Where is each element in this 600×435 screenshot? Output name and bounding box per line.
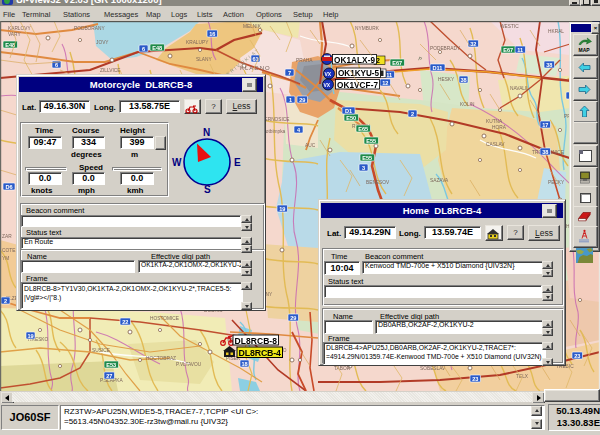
svg-text:NYMBURK: NYMBURK	[355, 26, 380, 31]
svg-text:D11: D11	[433, 65, 443, 71]
svg-text:HORA: HORA	[492, 125, 507, 130]
svg-text:HKRAL: HKRAL	[548, 29, 564, 34]
svg-text:ZILLVICE: ZILLVICE	[100, 68, 120, 73]
svg-text:OK1ALX-9: OK1ALX-9	[334, 56, 375, 65]
svg-text:VX: VX	[325, 71, 332, 77]
svg-text:PRAHA: PRAHA	[296, 58, 313, 63]
svg-text:P.VLTAVOU: P.VLTAVOU	[176, 362, 202, 367]
svg-text:32: 32	[470, 41, 476, 47]
svg-text:6: 6	[142, 46, 145, 52]
svg-text:E67: E67	[503, 47, 513, 53]
svg-text:SLANY: SLANY	[196, 57, 213, 62]
svg-text:12: 12	[382, 80, 388, 86]
svg-text:17: 17	[542, 122, 548, 128]
svg-text:E53: E53	[106, 362, 116, 368]
svg-text:W: W	[172, 157, 182, 168]
svg-text:PODBORANY: PODBORANY	[74, 26, 105, 31]
svg-text:E65: E65	[358, 126, 368, 132]
svg-text:HESKY: HESKY	[438, 77, 455, 82]
svg-text:KOLIN: KOLIN	[460, 102, 475, 107]
svg-text:WESTIC: WESTIC	[500, 24, 519, 29]
svg-text:38: 38	[542, 149, 548, 155]
svg-text:11: 11	[386, 72, 392, 78]
svg-text:D1: D1	[345, 108, 352, 114]
svg-text:E67: E67	[392, 60, 402, 66]
svg-text:E50: E50	[346, 115, 356, 121]
svg-text:38: 38	[460, 77, 466, 83]
svg-text:CASLAV: CASLAV	[486, 142, 505, 147]
svg-text:ZAR: ZAR	[2, 234, 12, 239]
svg-text:E55: E55	[366, 138, 376, 144]
svg-text:AUC: AUC	[305, 143, 316, 148]
svg-text:E: E	[234, 157, 241, 168]
svg-text:29: 29	[299, 97, 305, 103]
svg-text:23: 23	[472, 376, 478, 382]
svg-text:E48: E48	[152, 45, 162, 51]
svg-text:SOBESLAV: SOBESLAV	[420, 366, 446, 371]
svg-text:JOVY: JOVY	[96, 40, 109, 45]
svg-text:E55: E55	[362, 155, 372, 161]
svg-text:KUTNA: KUTNA	[486, 119, 503, 124]
svg-text:VX: VX	[324, 82, 331, 88]
svg-text:16: 16	[209, 31, 215, 37]
svg-text:HOCTOBRAZ: HOCTOBRAZ	[146, 356, 176, 361]
svg-text:DL8RCB-4: DL8RCB-4	[239, 348, 282, 358]
svg-text:SUSICE: SUSICE	[92, 348, 110, 353]
svg-text:HOSTOMICE: HOSTOMICE	[150, 316, 179, 321]
svg-text:SAZAVA: SAZAVA	[430, 178, 449, 183]
svg-text:19: 19	[279, 206, 285, 212]
svg-text:MAP: MAP	[579, 47, 591, 53]
svg-text:2: 2	[4, 298, 7, 304]
svg-text:38: 38	[546, 62, 552, 68]
svg-text:COTE: COTE	[2, 248, 15, 253]
svg-text:2: 2	[411, 111, 414, 117]
svg-text:29: 29	[290, 315, 296, 321]
svg-text:23: 23	[574, 353, 580, 359]
svg-text:D6: D6	[5, 184, 12, 190]
svg-text:7: 7	[288, 70, 291, 76]
svg-text:27: 27	[106, 373, 112, 379]
svg-text:KRALUPY: KRALUPY	[186, 40, 209, 45]
svg-text:11: 11	[517, 47, 523, 53]
svg-text:OK1KYU-5: OK1KYU-5	[338, 69, 379, 78]
svg-text:22: 22	[122, 319, 128, 325]
svg-text:19: 19	[27, 333, 33, 339]
svg-text:S: S	[204, 184, 211, 195]
svg-text:NAVALIL: NAVALIL	[510, 86, 529, 91]
svg-text:BENESOV: BENESOV	[366, 180, 390, 185]
svg-text:TABOR: TABOR	[334, 366, 351, 371]
svg-text:DL8RCB-8: DL8RCB-8	[235, 336, 278, 346]
svg-text:18: 18	[241, 361, 247, 367]
svg-text:PODEBRADY: PODEBRADY	[430, 46, 461, 51]
svg-text:3: 3	[362, 165, 365, 171]
svg-text:YM: YM	[2, 256, 9, 261]
svg-text:1: 1	[289, 97, 292, 103]
svg-text:N: N	[203, 127, 210, 138]
